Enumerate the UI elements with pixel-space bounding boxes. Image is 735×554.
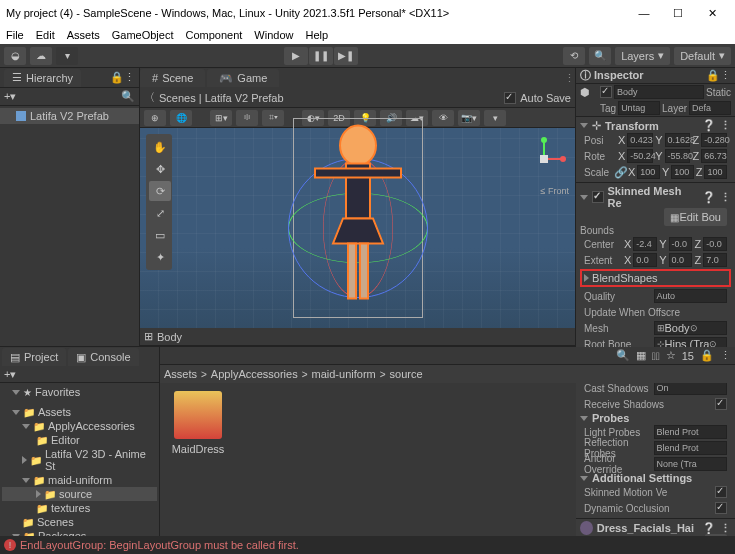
tree-source[interactable]: 📁 source <box>2 487 157 501</box>
project-hidden-icon[interactable]: 👁⃠ <box>652 350 660 362</box>
dynamic-occlusion-checkbox[interactable] <box>715 502 727 514</box>
play-button[interactable]: ▶ <box>284 47 308 65</box>
hierarchy-item-prefab[interactable]: Latifa V2 Prefab <box>0 108 139 124</box>
tree-scenes[interactable]: 📁 Scenes <box>2 515 157 529</box>
rect-tool[interactable]: ▭ <box>149 225 171 245</box>
tab-inspector[interactable]: ⓘ Inspector <box>580 68 644 83</box>
project-add-button[interactable]: +▾ <box>4 368 16 381</box>
hierarchy-lock-icon[interactable]: 🔒 <box>110 71 124 84</box>
tree-applyaccessories[interactable]: 📁 ApplyAccessories <box>2 419 157 433</box>
snap-increment[interactable]: ⌗▾ <box>262 110 284 126</box>
error-icon[interactable]: ! <box>4 539 16 551</box>
tree-favorites[interactable]: ★ Favorites <box>2 385 157 399</box>
tab-game[interactable]: 🎮 Game <box>207 69 279 87</box>
transform-tool[interactable]: ✦ <box>149 247 171 267</box>
tag-dropdown[interactable]: Untag <box>618 101 660 115</box>
tab-project[interactable]: ▤ Project <box>2 348 66 366</box>
cloud-button[interactable]: ☁ <box>30 47 52 65</box>
tab-hierarchy[interactable]: ☰ Hierarchy <box>4 69 81 87</box>
rot-z-field[interactable]: 66.73 <box>701 149 727 163</box>
search-button[interactable]: 🔍 <box>589 47 611 65</box>
minimize-button[interactable]: — <box>627 1 661 25</box>
hierarchy-menu-icon[interactable]: ⋮ <box>124 71 135 84</box>
breadcrumb-item[interactable]: ApplyAccessories <box>211 368 298 380</box>
rotate-tool[interactable]: ⟳ <box>149 181 171 201</box>
layer-dropdown[interactable]: Defa <box>689 101 731 115</box>
layers-dropdown[interactable]: Layers▾ <box>615 47 670 65</box>
tree-editor[interactable]: 📁 Editor <box>2 433 157 447</box>
breadcrumb-item[interactable]: source <box>390 368 423 380</box>
menu-edit[interactable]: Edit <box>36 29 55 41</box>
blendshapes-section[interactable]: BlendShapes <box>580 269 731 287</box>
undo-button[interactable]: ⟲ <box>563 47 585 65</box>
maximize-button[interactable]: ☐ <box>661 1 695 25</box>
snap-toggle[interactable]: ፨ <box>236 110 258 126</box>
step-button[interactable]: ▶❚ <box>334 47 358 65</box>
tree-assets[interactable]: 📁 Assets <box>2 405 157 419</box>
pos-z-field[interactable]: -0.280 <box>701 133 727 147</box>
quality-dropdown[interactable]: Auto <box>654 289 728 303</box>
tab-scene[interactable]: # Scene <box>140 69 205 87</box>
object-enabled-checkbox[interactable] <box>600 86 612 98</box>
tab-console[interactable]: ▣ Console <box>68 348 138 366</box>
visibility-toggle[interactable]: 👁 <box>432 110 454 126</box>
object-name-field[interactable]: Body <box>614 85 704 99</box>
scale-tool[interactable]: ⤢ <box>149 203 171 223</box>
project-filter-icon[interactable]: ▦ <box>636 349 646 362</box>
scale-z-field[interactable]: 100 <box>704 165 727 179</box>
pos-x-field[interactable]: 0.423 <box>627 133 653 147</box>
project-tree-panel: ▤ Project ▣ Console +▾ ★ Favorites 📁 Ass… <box>0 347 160 546</box>
rot-x-field[interactable]: -50.24 <box>627 149 653 163</box>
error-message[interactable]: EndLayoutGroup: BeginLayoutGroup must be… <box>20 539 299 551</box>
gizmo-toggle[interactable]: ▾ <box>484 110 506 126</box>
menu-assets[interactable]: Assets <box>67 29 100 41</box>
edit-bounds-button[interactable]: ▦ Edit Bou <box>664 208 727 226</box>
smr-header[interactable]: Skinned Mesh Re <box>608 185 695 209</box>
mesh-field[interactable]: ⊞Body ⊙ <box>654 321 728 335</box>
skinned-motion-checkbox[interactable] <box>715 486 727 498</box>
close-button[interactable]: ✕ <box>695 1 729 25</box>
menu-component[interactable]: Component <box>185 29 242 41</box>
project-lock-icon[interactable]: 🔒 <box>700 349 714 362</box>
menu-gameobject[interactable]: GameObject <box>112 29 174 41</box>
back-button[interactable]: 〈 <box>144 90 155 105</box>
account-button[interactable]: ◒ <box>4 47 26 65</box>
tree-maid[interactable]: 📁 maid-uniform <box>2 473 157 487</box>
rot-y-field[interactable]: -55.80 <box>665 149 691 163</box>
camera-toggle[interactable]: 📷▾ <box>458 110 480 126</box>
inspector-lock-icon[interactable]: 🔒 <box>706 69 720 82</box>
scene-viewport[interactable]: ✋ ✥ ⟳ ⤢ ▭ ✦ ≤ Front <box>140 128 575 328</box>
transform-header[interactable]: Transform <box>605 120 659 132</box>
grid-toggle[interactable]: ⊞▾ <box>210 110 232 126</box>
smr-enabled-checkbox[interactable] <box>592 191 604 203</box>
pause-button[interactable]: ❚❚ <box>309 47 333 65</box>
pivot-toggle[interactable]: ⊕ <box>144 110 166 126</box>
inspector-menu-icon[interactable]: ⋮ <box>720 69 731 82</box>
project-search-icon[interactable]: 🔍 <box>616 349 630 362</box>
breadcrumb-item[interactable]: maid-uniform <box>312 368 376 380</box>
undo-history-button[interactable]: ▾ <box>56 47 78 65</box>
scene-menu-icon[interactable]: ⋮ <box>564 72 575 85</box>
project-menu-icon[interactable]: ⋮ <box>720 349 731 362</box>
tree-textures[interactable]: 📁 textures <box>2 501 157 515</box>
project-star-icon[interactable]: ☆ <box>666 349 676 362</box>
pos-y-field[interactable]: 0.1628 <box>665 133 691 147</box>
layout-dropdown[interactable]: Default▾ <box>674 47 731 65</box>
hand-tool[interactable]: ✋ <box>149 137 171 157</box>
move-tool[interactable]: ✥ <box>149 159 171 179</box>
scale-y-field[interactable]: 100 <box>671 165 694 179</box>
autosave-checkbox[interactable] <box>504 92 516 104</box>
orientation-gizmo[interactable] <box>519 134 569 184</box>
body-crumb[interactable]: Body <box>157 331 182 343</box>
hierarchy-search-icon[interactable]: 🔍 <box>121 90 135 103</box>
menu-help[interactable]: Help <box>305 29 328 41</box>
scale-x-field[interactable]: 100 <box>637 165 660 179</box>
tree-latifa[interactable]: 📁 Latifa V2 3D - Anime St <box>2 447 157 473</box>
asset-item[interactable]: MaidDress <box>168 391 228 455</box>
hierarchy-add-button[interactable]: +▾ <box>4 90 16 103</box>
receive-shadows-checkbox[interactable] <box>715 398 727 410</box>
menu-window[interactable]: Window <box>254 29 293 41</box>
menu-file[interactable]: File <box>6 29 24 41</box>
local-toggle[interactable]: 🌐 <box>170 110 192 126</box>
breadcrumb-item[interactable]: Assets <box>164 368 197 380</box>
